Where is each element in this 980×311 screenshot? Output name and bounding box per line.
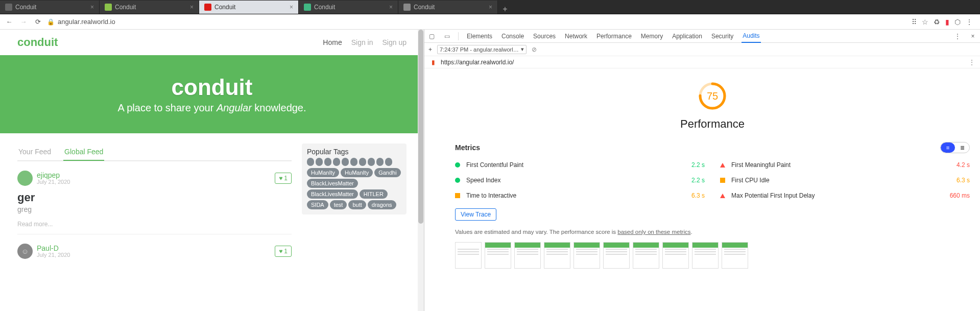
clear-icon[interactable]: ⊘ (532, 46, 537, 53)
browser-tab-active[interactable]: Conduit× (199, 1, 299, 14)
tag[interactable] (307, 158, 314, 166)
close-icon[interactable]: × (389, 4, 393, 11)
address-bar: ← → ⟳ 🔒 angular.realworld.io ⠿ ☆ ♻ ▮ ⬡ ⋮ (0, 14, 980, 30)
like-button[interactable]: ♥1 (275, 246, 292, 257)
tag[interactable]: test (330, 200, 347, 209)
tag[interactable]: butt (348, 200, 366, 209)
star-icon[interactable]: ☆ (922, 18, 928, 26)
browser-tab[interactable]: Conduit× (398, 1, 498, 14)
recycle-icon[interactable]: ♻ (934, 18, 940, 26)
author-link[interactable]: Paul-D (37, 245, 70, 252)
scrollbar[interactable] (418, 30, 424, 311)
more-icon[interactable]: ⋮ (969, 59, 975, 66)
close-icon[interactable]: × (290, 4, 293, 11)
reload-button[interactable]: ⟳ (33, 17, 43, 27)
tag[interactable]: Gandhi (374, 168, 400, 177)
filmstrip-frame[interactable] (633, 242, 659, 269)
metric-value: 4.2 s (957, 161, 970, 169)
devtools-tab[interactable]: Sources (532, 33, 557, 40)
tag[interactable]: dragons (368, 200, 396, 209)
tab-your-feed[interactable]: Your Feed (17, 143, 52, 161)
filmstrip-frame[interactable] (455, 242, 482, 269)
url-input[interactable]: 🔒 angular.realworld.io (47, 18, 907, 26)
run-selector[interactable]: 7:24:37 PM - angular.realworl…▾ (437, 45, 527, 54)
browser-tab[interactable]: Conduit× (299, 1, 398, 14)
tag[interactable] (376, 158, 384, 166)
tag[interactable] (316, 158, 323, 166)
metric-row: Time to Interactive6.3 s (455, 192, 705, 199)
tag[interactable] (350, 158, 357, 166)
tag-row-empty (307, 158, 401, 166)
extension-icon[interactable]: ⬡ (954, 18, 961, 26)
filmstrip-frame[interactable] (603, 242, 630, 269)
filmstrip-frame[interactable] (722, 242, 748, 269)
tag[interactable]: SIDA (307, 200, 328, 209)
translate-icon[interactable]: ⠿ (912, 18, 917, 26)
filmstrip-frame[interactable] (514, 242, 541, 269)
devtools-tab[interactable]: Console (500, 33, 525, 40)
devtools-tab[interactable]: Security (710, 33, 734, 40)
author-link[interactable]: ejiqpep (37, 172, 70, 179)
close-icon[interactable]: × (90, 4, 94, 11)
devtools-tab-active[interactable]: Audits (742, 30, 760, 43)
forward-button[interactable]: → (18, 17, 29, 27)
devtools-tab[interactable]: Elements (466, 33, 493, 40)
add-icon[interactable]: + (428, 46, 432, 53)
tab-global-feed[interactable]: Global Feed (63, 143, 104, 161)
tag[interactable] (368, 158, 375, 166)
filmstrip-frame[interactable] (544, 242, 570, 269)
lock-icon: 🔒 (47, 18, 55, 26)
nav-link-signin[interactable]: Sign in (351, 38, 373, 46)
more-icon[interactable]: ⋮ (953, 32, 962, 40)
toggle-expanded-icon[interactable]: ≣ (955, 142, 969, 153)
toggle-compact-icon[interactable]: ≡ (941, 142, 955, 153)
metrics-view-toggle[interactable]: ≡ ≣ (940, 142, 970, 153)
brand-logo[interactable]: conduit (17, 36, 58, 49)
browser-tab[interactable]: Conduit× (100, 1, 199, 14)
tag[interactable]: BlackLivesMatter (307, 179, 358, 188)
avatar[interactable] (17, 171, 33, 186)
filmstrip-frame[interactable] (485, 242, 511, 269)
article-title[interactable]: ger (17, 191, 292, 204)
tags-title: Popular Tags (307, 148, 401, 156)
devtools-tab[interactable]: Application (671, 33, 703, 40)
read-more-link[interactable]: Read more... (17, 221, 53, 228)
tag[interactable] (333, 158, 340, 166)
devtools-tab[interactable]: Network (564, 33, 588, 40)
devtools-tab[interactable]: Memory (640, 33, 664, 40)
new-tab-button[interactable]: + (498, 5, 512, 14)
devtools-tab[interactable]: Performance (595, 33, 633, 40)
tag[interactable] (385, 158, 392, 166)
tag[interactable]: HuManIty (341, 168, 373, 177)
more-icon[interactable]: ⋮ (966, 18, 973, 26)
tag[interactable]: BlackLivesMatter (307, 189, 358, 199)
nav-link-signup[interactable]: Sign up (383, 38, 407, 46)
like-button[interactable]: ♥1 (275, 173, 292, 184)
inspect-icon[interactable]: ▢ (427, 32, 436, 40)
filmstrip (455, 242, 970, 269)
disclaimer-link[interactable]: based only on these metrics (617, 229, 690, 235)
back-button[interactable]: ← (4, 17, 14, 27)
close-icon[interactable]: × (190, 4, 194, 11)
tag[interactable] (324, 158, 331, 166)
close-icon[interactable]: × (489, 4, 492, 11)
status-icon (720, 178, 725, 183)
scroll-thumb[interactable] (418, 30, 423, 224)
lighthouse-icon[interactable]: ▮ (945, 18, 949, 26)
tag[interactable]: HITLER (360, 189, 388, 199)
favicon-icon (403, 4, 411, 11)
view-trace-button[interactable]: View Trace (455, 208, 496, 221)
navbar: conduit Home Sign in Sign up (0, 30, 424, 55)
filmstrip-frame[interactable] (692, 242, 719, 269)
tag[interactable] (359, 158, 366, 166)
avatar[interactable]: ☺ (17, 244, 33, 259)
tag[interactable] (342, 158, 349, 166)
nav-link-home[interactable]: Home (323, 38, 342, 46)
browser-tab[interactable]: Conduit× (0, 1, 100, 14)
filmstrip-frame[interactable] (573, 242, 600, 269)
tag[interactable]: HuManIty (307, 168, 339, 177)
close-icon[interactable]: × (969, 32, 977, 40)
filmstrip-frame[interactable] (662, 242, 689, 269)
device-icon[interactable]: ▭ (443, 32, 451, 40)
hero-title: conduit (172, 75, 253, 100)
